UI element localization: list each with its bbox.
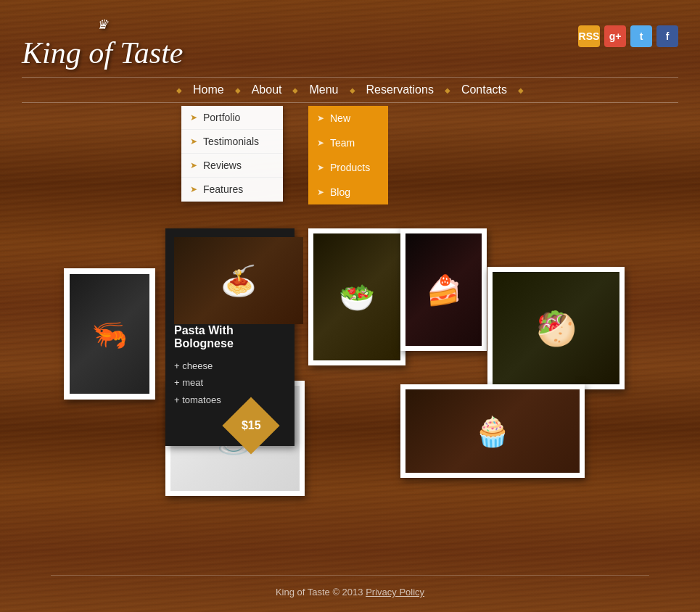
logo: ♛ King of Taste <box>22 15 184 70</box>
google-plus-icon[interactable]: g+ <box>604 25 626 47</box>
reservations-dropdown: ➤ New ➤ Team ➤ Products ➤ Blog <box>308 106 388 204</box>
dropdown-blog[interactable]: ➤ Blog <box>308 180 388 204</box>
dropdown-products-label: Products <box>330 162 370 173</box>
photo-seafood[interactable] <box>64 268 155 400</box>
nav-diamond-2: ◆ <box>235 86 241 94</box>
dropdown-reviews-label: Reviews <box>203 160 242 171</box>
nav-bar: ◆ Home ◆ About ◆ Menu ◆ Reservations ◆ C… <box>0 78 700 102</box>
dropdown-new[interactable]: ➤ New <box>308 106 388 131</box>
nav-bottom-line <box>22 102 678 103</box>
featured-dish-card[interactable]: Pasta With Bolognese + cheese + meat + t… <box>165 228 295 446</box>
nav-diamond-1: ◆ <box>176 86 182 94</box>
nav-menu[interactable]: Menu <box>298 83 349 96</box>
dropdown-portfolio[interactable]: ➤ Portfolio <box>181 106 283 130</box>
dropdown-arrow-icon-3: ➤ <box>190 160 197 170</box>
salad-image <box>493 272 619 384</box>
dessert-image <box>405 233 482 346</box>
facebook-icon[interactable]: f <box>656 25 678 47</box>
dropdown-products[interactable]: ➤ Products <box>308 155 388 180</box>
nav-reservations-label: Reservations <box>366 83 434 96</box>
orange-arrow-icon-1: ➤ <box>317 113 324 123</box>
dropdown-features[interactable]: ➤ Features <box>181 178 283 202</box>
orange-arrow-icon-3: ➤ <box>317 162 324 173</box>
dropdown-features-label: Features <box>203 183 243 195</box>
nav-home[interactable]: Home <box>182 83 235 96</box>
rss-icon[interactable]: RSS <box>578 25 600 47</box>
navigation: ◆ Home ◆ About ◆ Menu ◆ Reservations ◆ C… <box>0 77 700 103</box>
orange-arrow-icon-2: ➤ <box>317 138 324 148</box>
nav-reservations[interactable]: Reservations <box>355 83 445 96</box>
header: ♛ King of Taste RSS g+ t f <box>0 0 700 70</box>
photo-muffin[interactable] <box>400 384 585 478</box>
nav-home-label: Home <box>193 83 224 96</box>
orange-arrow-icon-4: ➤ <box>317 187 324 197</box>
nav-diamond-3: ◆ <box>292 86 298 94</box>
dropdown-arrow-icon-2: ➤ <box>190 136 197 146</box>
nav-diamond-6: ◆ <box>518 86 524 94</box>
footer-text: King of Taste © 2013 Privacy Policy <box>15 587 685 597</box>
dropdown-testimonials[interactable]: ➤ Testimonials <box>181 130 283 154</box>
photo-grilled[interactable] <box>308 228 405 365</box>
privacy-policy-link[interactable]: Privacy Policy <box>366 587 424 597</box>
dropdown-reviews[interactable]: ➤ Reviews <box>181 154 283 178</box>
dropdown-team[interactable]: ➤ Team <box>308 131 388 155</box>
social-icons-group: RSS g+ t f <box>578 25 678 47</box>
dish-ingredients: + cheese + meat + tomatoes <box>174 357 286 408</box>
dropdown-portfolio-label: Portfolio <box>203 112 240 123</box>
pasta-image <box>174 237 303 324</box>
nav-about[interactable]: About <box>241 83 293 96</box>
dropdown-testimonials-label: Testimonials <box>203 136 259 147</box>
price-text: $15 <box>242 419 261 432</box>
nav-diamond-4: ◆ <box>350 86 355 94</box>
copyright-text: King of Taste © 2013 <box>276 587 363 597</box>
dropdown-arrow-icon-4: ➤ <box>190 184 197 194</box>
nav-menu-label: Menu <box>309 83 338 96</box>
about-dropdown: ➤ Portfolio ➤ Testimonials ➤ Reviews ➤ F… <box>181 106 283 202</box>
photo-dessert[interactable] <box>400 228 487 351</box>
nav-contacts-label: Contacts <box>461 83 507 96</box>
site-title: King of Taste <box>22 36 184 70</box>
dropdown-arrow-icon: ➤ <box>190 112 197 123</box>
seafood-image <box>70 274 149 394</box>
nav-diamond-5: ◆ <box>445 86 450 94</box>
nav-about-label: About <box>252 83 282 96</box>
grilled-image <box>313 233 400 360</box>
photo-salad[interactable] <box>487 267 625 389</box>
footer: King of Taste © 2013 Privacy Policy <box>0 561 700 612</box>
twitter-icon[interactable]: t <box>630 25 652 47</box>
muffin-image <box>405 389 580 473</box>
dropdown-new-label: New <box>330 112 350 124</box>
dropdown-blog-label: Blog <box>330 186 350 198</box>
footer-line <box>51 575 649 576</box>
nav-contacts[interactable]: Contacts <box>450 83 518 96</box>
crown-icon: ♛ <box>96 18 108 33</box>
dish-title: Pasta With Bolognese <box>174 324 286 350</box>
dropdown-team-label: Team <box>330 137 355 149</box>
